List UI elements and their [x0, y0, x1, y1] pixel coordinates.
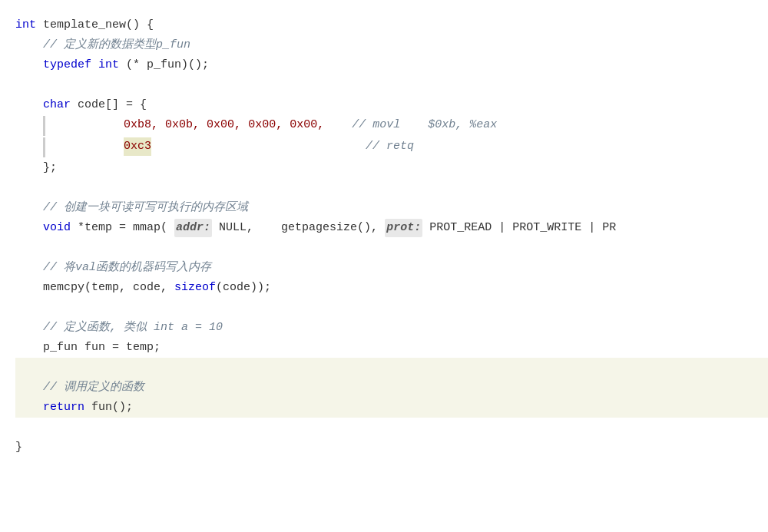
line-blank4	[15, 298, 768, 318]
hex-0x00-2: 0x00,	[248, 116, 283, 134]
line-hex2: 0xc3 // retq	[15, 137, 768, 158]
line-pfun: p_fun fun = temp;	[15, 338, 768, 358]
line-memcpy: memcpy(temp, code, sizeof (code));	[15, 278, 768, 298]
line-typedef: typedef int (* p_fun)();	[15, 55, 768, 75]
pfun-assign: p_fun fun = temp;	[43, 339, 161, 357]
comment-define-fun: // 定义函数, 类似 int a = 10	[43, 319, 223, 337]
vertical-bar-icon2	[43, 137, 45, 157]
code-editor: int template_new() { // 定义新的数据类型p_fun ty…	[0, 0, 768, 532]
line-blank3	[15, 238, 768, 258]
comment-define-type: // 定义新的数据类型p_fun	[43, 36, 190, 55]
keyword-return: return	[43, 398, 84, 417]
line-mmap: void *temp = mmap( addr: NULL, getpagesi…	[15, 218, 768, 238]
final-close-brace: }	[15, 438, 22, 457]
line-blank2	[15, 178, 768, 198]
hex-0x0b: 0x0b,	[165, 116, 200, 134]
keyword-void: void	[43, 219, 71, 237]
function-name: template_new() {	[36, 16, 154, 35]
line-comment2: // 创建一块可读可写可执行的内存区域	[15, 198, 768, 218]
comment-call-fun: // 调用定义的函数	[43, 378, 144, 397]
line-comment4: // 定义函数, 类似 int a = 10	[15, 318, 768, 338]
line-blank5	[15, 358, 768, 378]
hex-0x00-3: 0x00,	[290, 116, 324, 134]
comment-retq: // retq	[366, 137, 414, 156]
hex-0xb8: 0xb8,	[124, 116, 158, 134]
line-function-signature: int template_new() {	[15, 15, 768, 35]
memcpy-end: (code));	[216, 279, 271, 297]
line-blank1	[15, 75, 768, 95]
line-char-code: char code[] = {	[15, 95, 768, 115]
keyword-sizeof: sizeof	[174, 279, 216, 297]
return-rest: fun();	[84, 398, 133, 417]
hex-0x00-1: 0x00,	[207, 116, 241, 134]
vertical-bar-icon	[43, 116, 45, 136]
line-comment1: // 定义新的数据类型p_fun	[15, 35, 768, 55]
keyword-int-typedef: int	[98, 56, 119, 74]
line-comment3: // 将val函数的机器码写入内存	[15, 258, 768, 278]
param-addr-label: addr:	[174, 219, 212, 237]
line-blank6	[15, 418, 768, 438]
hex-0xc3-highlighted: 0xc3	[124, 137, 151, 156]
comment-mmap: // 创建一块可读可写可执行的内存区域	[43, 199, 248, 217]
param-prot-label: prot:	[385, 219, 422, 237]
typedef-rest: (* p_fun)();	[119, 56, 209, 74]
line-hex1: 0xb8, 0x0b, 0x00, 0x00, 0x00, // movl $0…	[15, 115, 768, 137]
keyword-typedef: typedef	[43, 56, 91, 74]
comment-memcpy: // 将val函数的机器码写入内存	[43, 259, 211, 277]
char-rest: code[] = {	[71, 96, 147, 114]
line-close-brace-semi: };	[15, 158, 768, 178]
line-comment5: // 调用定义的函数	[15, 378, 768, 398]
comment-movl-label: // movl	[352, 116, 400, 134]
memcpy-start: memcpy(temp, code,	[43, 279, 174, 297]
comment-movl-args: $0xb, %eax	[428, 116, 497, 134]
line-return: return fun();	[15, 398, 768, 418]
keyword-char: char	[43, 96, 71, 114]
close-brace-semi: };	[43, 159, 57, 177]
keyword-int: int	[15, 16, 36, 35]
line-close-brace: }	[15, 438, 768, 458]
